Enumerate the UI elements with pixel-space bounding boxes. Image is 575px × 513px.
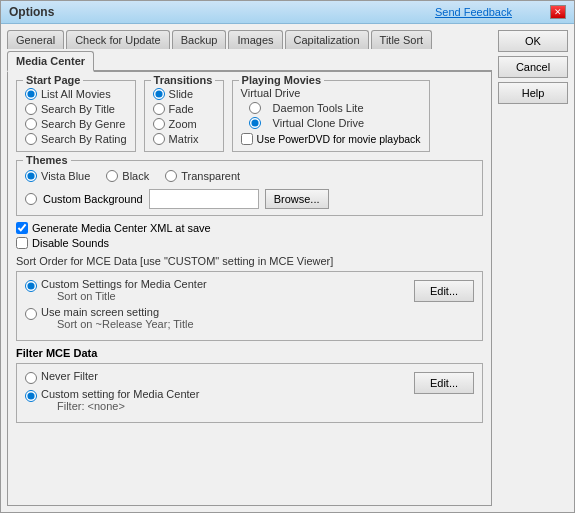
tab-backup[interactable]: Backup (172, 30, 227, 49)
sort-label-1: Use main screen setting (41, 306, 207, 318)
start-page-option-1: Search By Title (25, 103, 127, 115)
sort-label-0: Custom Settings for Media Center (41, 278, 207, 290)
help-button[interactable]: Help (498, 82, 568, 104)
sort-sub-1: Sort on ~Release Year; Title (57, 318, 207, 330)
theme-option-1: Black (106, 170, 149, 182)
virtual-option-0: Daemon Tools Lite (249, 102, 421, 114)
transitions-option-1: Fade (153, 103, 215, 115)
sort-radio-0[interactable] (25, 280, 37, 292)
sort-option-inner-1: Use main screen setting Sort on ~Release… (41, 306, 207, 330)
transitions-option-3: Matrix (153, 133, 215, 145)
start-page-radio-0[interactable] (25, 88, 37, 100)
start-page-group: Start Page List All Movies Search By Tit… (16, 80, 136, 152)
themes-group: Themes Vista Blue Black Transparent (16, 160, 483, 216)
filter-title: Filter MCE Data (16, 347, 483, 359)
content-area: General Check for Update Backup Images C… (1, 24, 574, 512)
virtual-label-0: Daemon Tools Lite (273, 102, 364, 114)
virtual-radio-1[interactable] (249, 117, 261, 129)
generate-xml-checkbox[interactable] (16, 222, 28, 234)
transitions-radio-3[interactable] (153, 133, 165, 145)
playing-movies-title: Playing Movies (239, 74, 324, 86)
theme-radio-1[interactable] (106, 170, 118, 182)
virtual-drive-label: Virtual Drive (241, 87, 421, 99)
disable-sounds-checkbox[interactable] (16, 237, 28, 249)
theme-label-2: Transparent (181, 170, 240, 182)
filter-option-1: Custom setting for Media Center Filter: … (25, 388, 199, 412)
ok-button[interactable]: OK (498, 30, 568, 52)
sort-sub-0: Sort on Title (57, 290, 207, 302)
filter-edit-button[interactable]: Edit... (414, 372, 474, 394)
window-title: Options (9, 5, 54, 19)
tab-title-sort[interactable]: Title Sort (371, 30, 433, 49)
filter-options-box: Never Filter Custom setting for Media Ce… (16, 363, 483, 423)
start-page-option-0: List All Movies (25, 88, 127, 100)
sort-option-inner-0: Custom Settings for Media Center Sort on… (41, 278, 207, 302)
start-page-option-2: Search By Genre (25, 118, 127, 130)
start-page-label-2: Search By Genre (41, 118, 125, 130)
sort-radio-1[interactable] (25, 308, 37, 320)
start-page-option-3: Search By Rating (25, 133, 127, 145)
transitions-option-0: Slide (153, 88, 215, 100)
sort-option-0: Custom Settings for Media Center Sort on… (25, 278, 207, 302)
theme-option-0: Vista Blue (25, 170, 90, 182)
sidebar-buttons: OK Cancel Help (498, 30, 568, 506)
start-page-radio-2[interactable] (25, 118, 37, 130)
filter-inner-1: Custom setting for Media Center Filter: … (41, 388, 199, 412)
virtual-radio-0[interactable] (249, 102, 261, 114)
disable-sounds-label: Disable Sounds (32, 237, 109, 249)
transitions-option-2: Zoom (153, 118, 215, 130)
tab-media-center[interactable]: Media Center (7, 51, 94, 72)
sort-section-title: Sort Order for MCE Data [use "CUSTOM" se… (16, 255, 483, 267)
sort-edit-button[interactable]: Edit... (414, 280, 474, 302)
cancel-button[interactable]: Cancel (498, 56, 568, 78)
powerdvd-label: Use PowerDVD for movie playback (257, 133, 421, 145)
title-bar: Options Send Feedback ✕ (1, 1, 574, 24)
filter-label-0: Never Filter (41, 370, 199, 382)
start-page-radio-3[interactable] (25, 133, 37, 145)
filter-inner-0: Never Filter (41, 370, 199, 382)
virtual-option-1: Virtual Clone Drive (249, 117, 421, 129)
transitions-radio-0[interactable] (153, 88, 165, 100)
tab-capitalization[interactable]: Capitalization (285, 30, 369, 49)
filter-with-btn: Never Filter Custom setting for Media Ce… (25, 370, 474, 416)
browse-button[interactable]: Browse... (265, 189, 329, 209)
transitions-group: Transitions Slide Fade Zoom (144, 80, 224, 152)
tab-check-update[interactable]: Check for Update (66, 30, 170, 49)
filter-label-1: Custom setting for Media Center (41, 388, 199, 400)
theme-radio-0[interactable] (25, 170, 37, 182)
transitions-radio-1[interactable] (153, 103, 165, 115)
sort-options-col: Custom Settings for Media Center Sort on… (25, 278, 207, 334)
send-feedback-link[interactable]: Send Feedback (435, 6, 512, 18)
virtual-label-1: Virtual Clone Drive (273, 117, 365, 129)
close-button[interactable]: ✕ (550, 5, 566, 19)
filter-radio-0[interactable] (25, 372, 37, 384)
background-file-input[interactable]: Background.png (149, 189, 259, 209)
main-panel: General Check for Update Backup Images C… (7, 30, 492, 506)
panel-content: Start Page List All Movies Search By Tit… (7, 72, 492, 506)
filter-sub-1: Filter: <none> (57, 400, 199, 412)
powerdvd-row: Use PowerDVD for movie playback (241, 133, 421, 145)
filter-section: Filter MCE Data Never Filter (16, 347, 483, 423)
generate-xml-row: Generate Media Center XML at save (16, 222, 483, 234)
start-page-label-1: Search By Title (41, 103, 115, 115)
powerdvd-checkbox[interactable] (241, 133, 253, 145)
transitions-label-3: Matrix (169, 133, 199, 145)
title-bar-controls: ✕ (550, 5, 566, 19)
theme-radio-2[interactable] (165, 170, 177, 182)
theme-option-2: Transparent (165, 170, 240, 182)
transitions-radio-2[interactable] (153, 118, 165, 130)
transitions-label-0: Slide (169, 88, 193, 100)
start-page-title: Start Page (23, 74, 83, 86)
sort-section: Custom Settings for Media Center Sort on… (16, 271, 483, 341)
transitions-label-1: Fade (169, 103, 194, 115)
start-page-radio-1[interactable] (25, 103, 37, 115)
theme-radio-3[interactable] (25, 193, 37, 205)
tab-general[interactable]: General (7, 30, 64, 49)
sort-option-1: Use main screen setting Sort on ~Release… (25, 306, 207, 330)
top-row-group: Start Page List All Movies Search By Tit… (16, 80, 483, 152)
generate-xml-label: Generate Media Center XML at save (32, 222, 211, 234)
filter-radio-1[interactable] (25, 390, 37, 402)
tab-images[interactable]: Images (228, 30, 282, 49)
filter-options-col: Never Filter Custom setting for Media Ce… (25, 370, 199, 416)
playing-movies-group: Playing Movies Virtual Drive Daemon Tool… (232, 80, 430, 152)
